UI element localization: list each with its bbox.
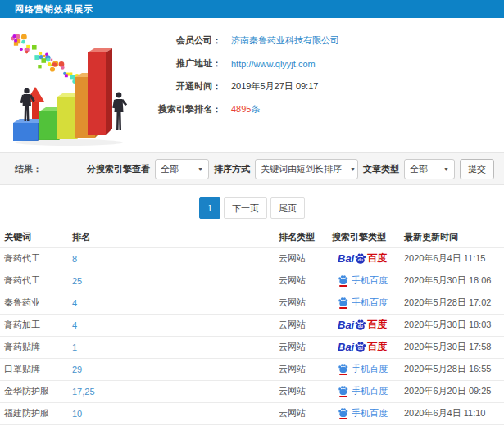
rank-link[interactable]: 1 <box>72 342 77 352</box>
mobile-baidu-paw-icon <box>338 385 348 396</box>
rank-cell: 4 <box>68 292 275 314</box>
red-underline <box>339 374 347 375</box>
company-label: 会员公司： <box>148 34 221 47</box>
updated-cell: 2020年5月30日 18:06 <box>400 270 504 292</box>
rank-link[interactable]: 8 <box>72 254 77 264</box>
updated-cell: 2020年5月30日 18:03 <box>400 314 504 336</box>
engine-cell: 手机百度 <box>328 402 400 424</box>
bar-chart-illustration <box>3 25 148 149</box>
result-label: 结果： <box>15 163 42 175</box>
engine-filter-select[interactable]: 全部 ▼ <box>155 159 209 179</box>
promo-url-link[interactable]: http://www.qlyyjt.com <box>231 59 316 69</box>
page-1-button[interactable]: 1 <box>199 197 220 219</box>
baidu-mobile-badge: 手机百度 <box>338 274 388 287</box>
engine-filter-label: 分搜索引擎查看 <box>87 163 150 175</box>
rank-cell: 17,25 <box>68 380 275 402</box>
col-rank-type: 排名类型 <box>275 228 328 247</box>
rank-type-cell: 云网站 <box>275 314 328 336</box>
engine-cell: Bai du 百度 <box>328 336 400 358</box>
updated-cell: 2020年5月28日 16:55 <box>400 358 504 380</box>
rank-link[interactable]: 4 <box>72 298 77 308</box>
promo-url-label: 推广地址： <box>148 57 221 70</box>
table-row: 秦鲁药业 4 云网站 <box>0 292 504 314</box>
mobile-baidu-paw-icon <box>338 297 348 307</box>
engine-cell: Bai du 百度 <box>328 247 400 270</box>
sort-label: 排序方式 <box>214 163 250 175</box>
businessman-right-icon <box>112 93 127 130</box>
keyword-cell: 膏药代工 <box>0 247 68 270</box>
baidu-mobile-badge: 手机百度 <box>338 385 388 397</box>
svg-text:du: du <box>358 324 363 329</box>
updated-cell: 2020年6月20日 09:25 <box>400 380 504 402</box>
article-type-label: 文章类型 <box>363 163 399 175</box>
rank-cell: 25 <box>68 270 275 292</box>
last-page-button[interactable]: 尾页 <box>270 197 305 219</box>
table-row: 膏药代工 25 云网站 <box>0 270 504 292</box>
table-row: 膏药加工 4 云网站 Bai du 百度 <box>0 314 504 336</box>
engine-filter-value: 全部 <box>161 163 179 175</box>
open-time-label: 开通时间： <box>148 80 221 93</box>
submit-button[interactable]: 提交 <box>460 159 494 179</box>
rank-cell: 4 <box>68 314 275 336</box>
rank-link[interactable]: 29 <box>72 365 82 374</box>
baidu-mobile-badge: 手机百度 <box>338 363 388 375</box>
rank-type-cell: 云网站 <box>275 270 328 292</box>
keyword-cell: 膏药贴牌 <box>0 336 68 358</box>
svg-text:du: du <box>358 257 363 262</box>
red-underline <box>339 396 347 397</box>
table-row: 膏药贴牌 1 云网站 Bai du 百度 <box>0 336 504 358</box>
table-row: 膏药代工 8 云网站 Bai du 百度 <box>0 247 504 270</box>
baidu-paw-icon: du <box>354 252 366 265</box>
next-page-button[interactable]: 下一页 <box>224 197 267 219</box>
rank-type-cell: 云网站 <box>275 247 328 270</box>
article-type-value: 全部 <box>410 163 428 175</box>
info-row-rank-count: 搜索引擎排名： 4895条 <box>148 98 496 120</box>
table-row: 福建防护服 10 云网站 <box>0 402 504 424</box>
chevron-down-icon: ▼ <box>443 166 449 172</box>
col-rank: 排名 <box>68 228 275 247</box>
baidu-pc-logo: Bai du 百度 <box>338 252 387 265</box>
page-title: 网络营销效果展示 <box>0 0 504 18</box>
article-type-select[interactable]: 全部 ▼ <box>404 159 455 179</box>
red-underline <box>339 418 347 419</box>
rank-type-cell: 云网站 <box>275 336 328 358</box>
sort-value: 关键词由短到长排序 <box>261 163 342 175</box>
col-updated: 最新更新时间 <box>400 228 504 247</box>
pagination: 1 下一页 尾页 <box>0 197 504 219</box>
company-name-link[interactable]: 济南秦鲁药业科技有限公司 <box>231 34 339 47</box>
filter-bar: 结果： 分搜索引擎查看 全部 ▼ 排序方式 关键词由短到长排序 ▼ 文章类型 全… <box>0 152 504 185</box>
rank-count-number: 4895 <box>231 104 251 114</box>
svg-text:du: du <box>358 346 363 351</box>
chevron-down-icon: ▼ <box>198 166 203 172</box>
rank-link[interactable]: 25 <box>72 276 82 286</box>
rank-cell: 1 <box>68 336 275 358</box>
chevron-down-icon: ▼ <box>350 166 356 172</box>
baidu-paw-icon: du <box>354 319 366 331</box>
rank-link[interactable]: 10 <box>72 409 82 419</box>
page: 网络营销效果展示 <box>0 0 504 426</box>
sort-select[interactable]: 关键词由短到长排序 ▼ <box>255 159 358 179</box>
rank-type-cell: 云网站 <box>275 358 328 380</box>
table-row: 金华防护服 17,25 云网站 <box>0 380 504 402</box>
company-info: 会员公司： 济南秦鲁药业科技有限公司 推广地址： http://www.qlyy… <box>148 25 496 147</box>
mobile-baidu-paw-icon <box>338 407 348 418</box>
red-underline <box>339 285 347 287</box>
keyword-cell: 秦鲁药业 <box>0 292 68 314</box>
keyword-cell: 膏药代工 <box>0 270 68 292</box>
col-keyword: 关键词 <box>0 228 68 247</box>
rank-count-label: 搜索引擎排名： <box>148 103 221 116</box>
rank-link[interactable]: 17,25 <box>72 387 95 397</box>
rank-type-cell: 云网站 <box>275 292 328 314</box>
updated-cell: 2020年6月4日 11:10 <box>400 402 504 424</box>
rank-count-unit: 条 <box>251 104 260 114</box>
rank-count-value: 4895条 <box>231 103 260 116</box>
red-underline <box>339 307 347 309</box>
engine-cell: 手机百度 <box>328 270 400 292</box>
rank-link[interactable]: 4 <box>72 320 77 330</box>
engine-cell: 手机百度 <box>328 292 400 314</box>
engine-cell: 手机百度 <box>328 380 400 402</box>
rank-cell: 10 <box>68 402 275 424</box>
baidu-mobile-badge: 手机百度 <box>338 297 388 309</box>
engine-cell: 手机百度 <box>328 358 400 380</box>
rank-type-cell: 云网站 <box>275 380 328 402</box>
